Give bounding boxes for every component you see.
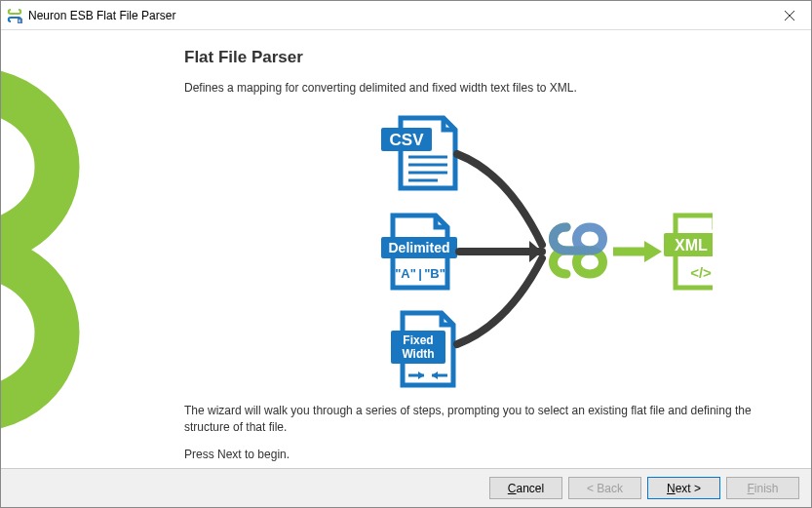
svg-text:Fixed: Fixed <box>403 333 433 347</box>
svg-text:Delimited: Delimited <box>388 240 449 255</box>
xml-file-icon: XML </> <box>664 215 713 288</box>
content-area: Flat File Parser Defines a mapping for c… <box>1 30 811 468</box>
svg-text:"A": "A" <box>395 266 416 281</box>
cancel-button[interactable]: Cancel <box>489 477 562 499</box>
svg-text:CSV: CSV <box>389 131 424 149</box>
output-arrow-icon <box>613 241 662 262</box>
titlebar: E Neuron ESB Flat File Parser <box>1 1 811 30</box>
neuron-logo-icon <box>553 227 602 274</box>
back-button[interactable]: < Back <box>568 477 641 499</box>
svg-text:XML: XML <box>675 237 708 254</box>
svg-text:"B": "B" <box>424 266 445 281</box>
window-title: Neuron ESB Flat File Parser <box>28 9 767 22</box>
csv-file-icon: CSV <box>381 118 455 188</box>
main-panel: Flat File Parser Defines a mapping for c… <box>160 30 811 468</box>
svg-marker-24 <box>644 241 662 262</box>
app-icon: E <box>7 8 22 23</box>
svg-text:E: E <box>19 19 21 23</box>
page-title: Flat File Parser <box>184 48 792 67</box>
svg-text:Width: Width <box>402 347 434 361</box>
delimited-file-icon: Delimited "A" | "B" <box>381 215 457 288</box>
next-button[interactable]: Next > <box>647 477 720 499</box>
close-icon <box>785 11 794 20</box>
description-text: The wizard will walk you through a serie… <box>184 403 792 436</box>
close-button[interactable] <box>767 1 811 29</box>
conversion-diagram: CSV Delimited "A" | "B" Fixe <box>184 110 792 393</box>
svg-text:|: | <box>418 266 422 281</box>
begin-text: Press Next to begin. <box>184 448 792 461</box>
svg-text:</>: </> <box>690 264 712 281</box>
fixed-width-file-icon: Fixed Width <box>391 313 453 385</box>
button-bar: Cancel < Back Next > Finish <box>1 468 811 507</box>
merge-arrows-icon <box>457 154 542 344</box>
finish-button[interactable]: Finish <box>726 477 799 499</box>
sidebar-graphic <box>1 30 160 468</box>
intro-text: Defines a mapping for converting delimit… <box>184 81 792 95</box>
